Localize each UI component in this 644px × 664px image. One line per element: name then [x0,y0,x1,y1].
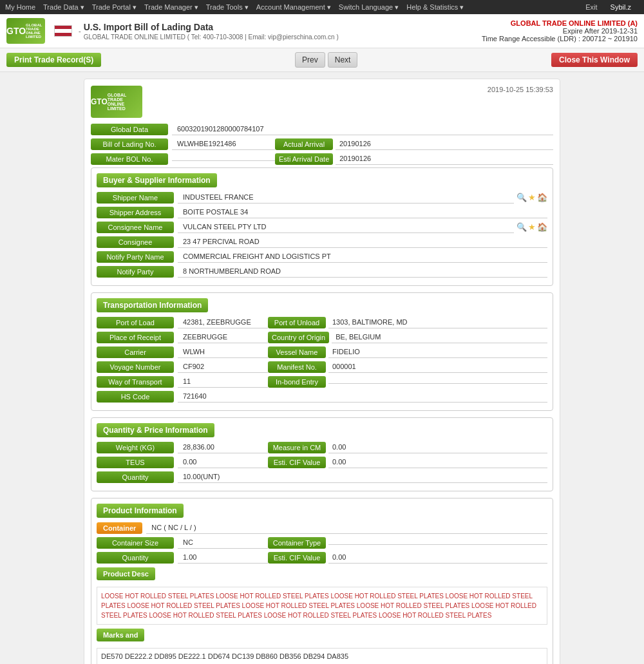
product-info-section: Product Information Container NC ( NC / … [91,498,553,664]
marks-area: Marks and DE570 DE222.2 DD895 DE222.1 DD… [97,629,547,664]
bol-label: Bill of Lading No. [91,138,168,150]
vessel-name-label: Vessel Name [268,346,326,358]
print-button-top[interactable]: Print Trade Record(S) [6,53,101,67]
carrier-row: Carrier WLWH Vessel Name FIDELIO [97,346,547,358]
esti-cif-value: 0.00 [328,456,547,468]
flag-icon [54,25,72,37]
product-info-header: Product Information [97,504,184,518]
inbond-label: In-bond Entry [268,376,326,388]
global-data-value: 6003201901280000784107 [172,123,553,135]
toolbar-top: Print Trade Record(S) Prev Next Close Th… [0,48,644,72]
esti-cif-label: Esti. CIF Value [268,457,326,468]
product-desc-value: LOOSE HOT ROLLED STEEL PLATES LOOSE HOT … [97,587,547,625]
shipper-address-value: BOITE POSTALE 34 [178,206,547,218]
product-quantity-value: 1.00 [178,551,268,564]
carrier-label: Carrier [97,346,174,358]
marks-header: Marks and [97,629,144,641]
place-receipt-row: Place of Receipt ZEEBRUGGE Country of Or… [97,331,547,343]
nav-buttons-top: Prev Next [295,52,357,68]
header-contact: GLOBAL TRADE ONLINE LIMITED ( Tel: 400-7… [84,33,339,41]
master-bol-value [172,157,275,161]
master-bol-row: Mater BOL No. Esti Arrival Date 20190126 [91,153,553,165]
quantity-row: Quantity 10.00(UNT) [97,471,547,483]
actual-arrival-value: 20190126 [336,138,553,150]
notify-party-label: Notify Party [97,266,174,278]
teus-row: TEUS 0.00 Esti. CIF Value 0.00 [97,456,547,468]
star-icon-consignee[interactable]: ★ [528,222,536,232]
nav-accountmgmt[interactable]: Account Management ▾ [256,3,331,12]
manifest-label: Manifest No. [268,361,326,373]
voyage-value: CF902 [178,361,268,373]
global-data-label: Global Data [91,124,168,135]
nav-tradetools[interactable]: Trade Tools ▾ [206,3,249,12]
weight-label: Weight (KG) [97,442,174,453]
esti-arrival-value: 20190126 [336,153,553,165]
inbond-value [328,379,547,384]
product-quantity-label: Quantity [97,552,174,564]
nav-help[interactable]: Help & Statistics ▾ [406,3,464,12]
star-icon-shipper[interactable]: ★ [528,193,536,202]
page-title: U.S. Import Bill of Lading Data [84,22,339,32]
search-icon-shipper[interactable]: 🔍 [516,193,527,202]
container-button[interactable]: Container [97,522,142,534]
transport-label: Way of Transport [97,376,174,388]
marks-value: DE570 DE222.2 DD895 DE222.1 DD674 DC139 … [97,648,547,664]
voyage-row: Voyage Number CF902 Manifest No. 000001 [97,361,547,373]
container-row: Container NC ( NC / L / ) [97,522,547,534]
port-unload-label: Port of Unload [268,317,326,328]
port-unload-value: 1303, BALTIMORE, MD [328,316,547,328]
nav-exit[interactable]: Exit [585,3,597,11]
notify-party-name-row: Notify Party Name COMMERCIAL FREIGHT AND… [97,251,547,263]
quantity-price-header: Quantity & Price Information [97,423,214,437]
header-title-area: U.S. Import Bill of Lading Data GLOBAL T… [84,22,339,41]
master-bol-label: Mater BOL No. [91,153,168,165]
home-icon-shipper[interactable]: 🏠 [537,193,547,202]
hs-code-value: 721640 [178,390,547,403]
nav-switchlang[interactable]: Switch Language ▾ [339,3,399,12]
consignee-name-row: Consignee Name VULCAN STEEL PTY LTD 🔍 ★ … [97,221,547,233]
nav-myhome[interactable]: My Home [5,3,35,11]
buyer-supplier-section: Buyer & Supplier Information Shipper Nam… [91,167,553,286]
transport-value: 11 [178,375,268,388]
next-button-top[interactable]: Next [328,52,358,68]
home-icon-consignee[interactable]: 🏠 [537,222,547,232]
product-desc-area: Product Desc LOOSE HOT ROLLED STEEL PLAT… [97,567,547,625]
prev-button-top[interactable]: Prev [295,52,325,68]
transportation-header: Transportation Information [97,298,208,312]
buyer-supplier-header: Buyer & Supplier Information [97,173,217,187]
notify-party-row: Notify Party 8 NORTHUMBERLAND ROAD [97,265,547,278]
country-origin-value: BE, BELGIUM [332,331,547,343]
container-value: NC ( NC / L / ) [146,522,547,534]
actual-arrival-label: Actual Arrival [275,138,333,150]
transport-row: Way of Transport 11 In-bond Entry [97,375,547,388]
record-logo: GTOGLOBAL TRADEONLINE LIMITED [91,86,142,118]
port-load-value: 42381, ZEEBRUGGE [178,316,268,328]
weight-row: Weight (KG) 28,836.00 Measure in CM 0.00 [97,441,547,453]
close-button-top[interactable]: Close This Window [551,53,638,67]
bol-row: Bill of Lading No. WLWHBE1921486 Actual … [91,138,553,150]
record-header: GTOGLOBAL TRADEONLINE LIMITED 2019-10-25… [91,86,553,118]
shipper-name-value: INDUSTEEL FRANCE [178,191,514,204]
nav-trademanager[interactable]: Trade Manager ▾ [144,3,198,12]
consignee-label: Consignee [97,236,174,248]
product-quantity-row: Quantity 1.00 Esti. CIF Value 0.00 [97,551,547,564]
manifest-value: 000001 [328,361,547,373]
consignee-name-label: Consignee Name [97,222,174,233]
container-size-label: Container Size [97,537,174,549]
port-load-row: Port of Load 42381, ZEEBRUGGE Port of Un… [97,316,547,328]
shipper-name-row: Shipper Name INDUSTEEL FRANCE 🔍 ★ 🏠 [97,191,547,204]
nav-tradedata[interactable]: Trade Data ▾ [43,3,84,12]
nav-tradeportal[interactable]: Trade Portal ▾ [92,3,137,12]
hs-code-label: HS Code [97,391,174,403]
notify-party-name-value: COMMERCIAL FREIGHT AND LOGISTICS PT [178,251,547,263]
search-icon-consignee[interactable]: 🔍 [516,222,527,232]
product-esti-cif-label: Esti. CIF Value [268,552,326,564]
company-name: GLOBAL TRADE ONLINE LIMITED (A) [482,19,638,27]
place-receipt-label: Place of Receipt [97,332,174,343]
esti-arrival-label: Esti Arrival Date [275,153,333,165]
quantity-value: 10.00(UNT) [178,471,547,483]
transportation-section: Transportation Information Port of Load … [91,292,553,411]
quantity-label: Quantity [97,471,174,483]
record-timestamp: 2019-10-25 15:39:53 [488,86,553,93]
record-card: GTOGLOBAL TRADEONLINE LIMITED 2019-10-25… [84,79,560,664]
